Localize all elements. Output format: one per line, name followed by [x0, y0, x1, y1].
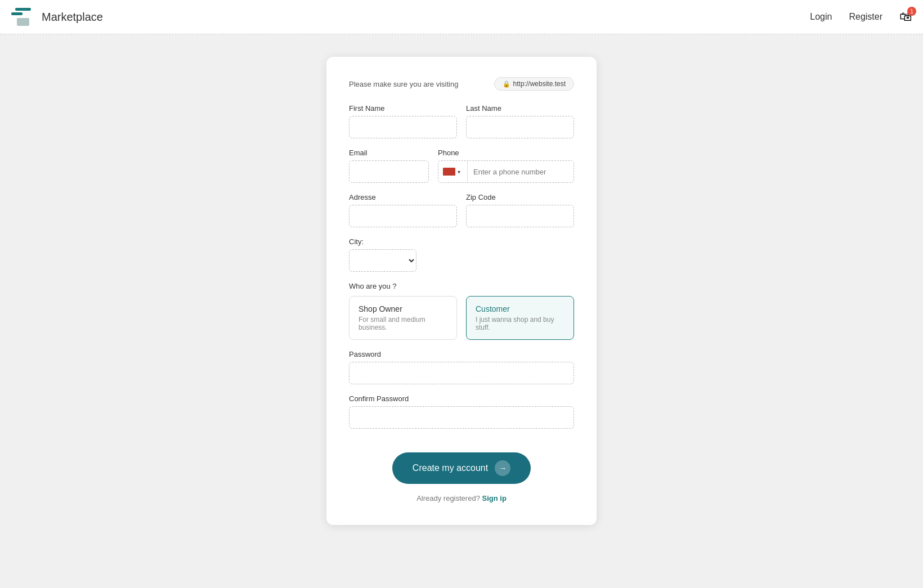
customer-card[interactable]: Customer I just wanna shop and buy stuff…: [466, 296, 574, 340]
login-button[interactable]: Login: [810, 12, 832, 22]
who-label: Who are you ?: [349, 282, 574, 290]
phone-flag-button[interactable]: ▾: [438, 161, 468, 182]
shop-owner-desc: For small and medium business.: [359, 316, 447, 331]
first-name-input[interactable]: [349, 116, 457, 138]
password-section: Password: [349, 350, 574, 384]
email-group: Email: [349, 149, 429, 183]
sign-in-link[interactable]: Sign ip: [482, 494, 507, 502]
lock-icon: 🔒: [503, 80, 510, 88]
phone-group: Phone ▾: [438, 149, 574, 183]
city-row: City:: [349, 237, 574, 272]
address-input[interactable]: [349, 205, 457, 227]
submit-label: Create my account: [413, 463, 488, 473]
city-group: City:: [349, 237, 574, 272]
nav-links: Login Register 🛍 1: [810, 10, 912, 24]
security-url: 🔒 http://website.test: [494, 77, 574, 91]
submit-row: Create my account →: [349, 439, 574, 484]
customer-title: Customer: [476, 304, 564, 313]
logo-icon: [11, 5, 35, 29]
chevron-down-icon: ▾: [458, 169, 460, 175]
first-name-label: First Name: [349, 104, 457, 113]
email-label: Email: [349, 149, 429, 157]
already-registered: Already registered? Sign ip: [349, 494, 574, 502]
page-content: Please make sure you are visiting 🔒 http…: [0, 34, 923, 559]
navbar: Marketplace Login Register 🛍 1: [0, 0, 923, 34]
url-text: http://website.test: [513, 80, 566, 88]
arrow-right-icon: →: [495, 460, 510, 476]
zip-code-group: Zip Code: [466, 193, 574, 227]
confirm-password-input[interactable]: [349, 406, 574, 429]
register-button[interactable]: Register: [849, 12, 882, 22]
zip-code-input[interactable]: [466, 205, 574, 227]
flag-icon: [443, 168, 455, 176]
address-zip-row: Adresse Zip Code: [349, 193, 574, 227]
customer-desc: I just wanna shop and buy stuff.: [476, 316, 564, 331]
phone-input[interactable]: [468, 168, 573, 176]
who-section: Who are you ? Shop Owner For small and m…: [349, 282, 574, 340]
registration-form-card: Please make sure you are visiting 🔒 http…: [326, 57, 597, 525]
security-notice: Please make sure you are visiting 🔒 http…: [349, 77, 574, 91]
logo-text: Marketplace: [42, 11, 103, 24]
last-name-input[interactable]: [466, 116, 574, 138]
password-group: Password: [349, 350, 574, 384]
already-registered-text: Already registered?: [416, 494, 480, 502]
cart-button[interactable]: 🛍 1: [899, 10, 912, 24]
cart-badge: 1: [907, 7, 916, 16]
city-select[interactable]: [349, 249, 416, 272]
last-name-group: Last Name: [466, 104, 574, 138]
phone-input-wrapper: ▾: [438, 160, 574, 183]
first-name-group: First Name: [349, 104, 457, 138]
security-text: Please make sure you are visiting: [349, 80, 458, 88]
create-account-button[interactable]: Create my account →: [392, 452, 531, 484]
logo-link[interactable]: Marketplace: [11, 5, 103, 29]
city-label: City:: [349, 237, 574, 246]
zip-code-label: Zip Code: [466, 193, 574, 201]
password-label: Password: [349, 350, 574, 358]
who-options: Shop Owner For small and medium business…: [349, 296, 574, 340]
confirm-password-label: Confirm Password: [349, 394, 574, 403]
confirm-password-section: Confirm Password: [349, 394, 574, 429]
email-phone-row: Email Phone ▾: [349, 149, 574, 183]
email-input[interactable]: [349, 160, 429, 183]
phone-label: Phone: [438, 149, 574, 157]
password-input[interactable]: [349, 362, 574, 384]
address-group: Adresse: [349, 193, 457, 227]
shop-owner-title: Shop Owner: [359, 304, 447, 313]
name-row: First Name Last Name: [349, 104, 574, 138]
confirm-password-group: Confirm Password: [349, 394, 574, 429]
address-label: Adresse: [349, 193, 457, 201]
shop-owner-card[interactable]: Shop Owner For small and medium business…: [349, 296, 457, 340]
last-name-label: Last Name: [466, 104, 574, 113]
